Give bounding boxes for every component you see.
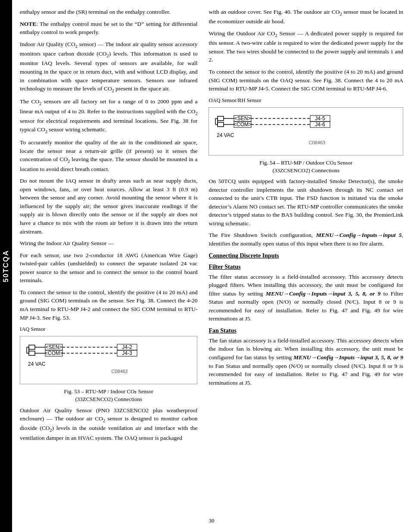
oaq-fig-caption: Fig. 54 – RTU-MP / Outdoor CO₂ Sensor (3…	[209, 159, 403, 174]
para-monitor-quality: To accurately monitor the quality of the…	[20, 138, 197, 173]
svg-rect-1	[29, 351, 35, 355]
para-iaq-intro: Indoor Air Quality (CO2 sensor) — The in…	[20, 40, 197, 94]
svg-rect-0	[29, 345, 35, 349]
page-footer: 30	[12, 514, 411, 524]
svg-text:C08463: C08463	[309, 140, 326, 145]
para-connect-iaq: To connect the sensor to the control, id…	[20, 288, 197, 322]
heading-connecting-discrete: Connecting Discrete Inputs	[209, 252, 403, 259]
oaq-diagram-svg: <SEN> J4-5 <COM> J4-6	[213, 112, 342, 151]
right-column: with an outdoor cover. See Fig. 40. The …	[203, 8, 411, 514]
content-area: enthalpy sensor and the (SR) terminal on…	[12, 0, 411, 532]
heading-filter-status: Filter Status	[209, 264, 403, 271]
side-tab: 50TCQA	[0, 0, 12, 532]
para-two-conductor: For each sensor, use two 2-conductor 18 …	[20, 251, 197, 285]
para-smoke-detector: On 50TCQ units equipped with factory-ins…	[209, 177, 403, 227]
svg-text:<SEN>: <SEN>	[46, 344, 62, 350]
para-fan-status: The fan status accessory is a field-inst…	[209, 336, 403, 387]
svg-text:<COM>: <COM>	[45, 350, 63, 356]
svg-rect-20	[218, 116, 224, 121]
svg-text:J4-3: J4-3	[122, 350, 132, 356]
para-co2-factory: The CO2 sensors are all factory set for …	[20, 97, 197, 135]
page-container: 50TCQA enthalpy sensor and the (SR) term…	[0, 0, 411, 532]
iaq-fig-caption: Fig. 53 – RTU-MP / Indoor CO₂ Sensor (33…	[20, 388, 197, 403]
para-wiring-oaq: Wiring the Outdoor Air CO2 Sensor — A de…	[209, 29, 403, 64]
svg-text:<COM>: <COM>	[234, 121, 252, 128]
para-oaq-intro: Outdoor Air Quality Sensor (PNO 33ZCSENC…	[20, 406, 197, 442]
heading-fan-status: Fan Status	[209, 327, 403, 334]
para-do-not-mount: Do not mount the IAQ sensor in drafty ar…	[20, 177, 197, 236]
iaq-diagram-svg: <SEN> J4-2 <COM>	[25, 341, 145, 380]
left-column: enthalpy sensor and the (SR) terminal on…	[12, 8, 203, 514]
oaq-diagram-container: OAQ Sensor/RH Sensor <SEN> J	[209, 97, 403, 174]
svg-text:24 VAC: 24 VAC	[28, 361, 46, 367]
para-enthalpy-sensor: enthalpy sensor and the (SR) terminal on…	[20, 8, 197, 16]
para-filter-status: The filter status accessory is a field-i…	[209, 273, 403, 323]
svg-text:24 VAC: 24 VAC	[217, 132, 234, 138]
oaq-diagram-wrapper: <SEN> J4-5 <COM> J4-6	[209, 107, 403, 156]
oaq-diagram-label: OAQ Sensor/RH Sensor	[209, 97, 403, 104]
iaq-diagram-container: IAQ Sensor <SEN>	[20, 326, 197, 403]
para-wiring-iaq: Wiring the Indoor Air Quality Sensor —	[20, 239, 197, 248]
menu-filter-config: MENU→Config→Inputs→input 3, 5, 8, or 9	[266, 290, 380, 297]
svg-text:C08462: C08462	[111, 369, 128, 374]
svg-text:J4-5: J4-5	[315, 115, 326, 121]
svg-rect-21	[218, 122, 224, 127]
para-fire-shutdown: The Fire Shutdown Switch configuration, …	[209, 231, 403, 248]
svg-text:J4-2: J4-2	[122, 344, 132, 350]
two-column-layout: enthalpy sensor and the (SR) terminal on…	[12, 8, 411, 514]
note-label: NOTE	[20, 21, 36, 27]
side-tab-label: 50TCQA	[2, 250, 10, 282]
menu-config-inputs: MENU→Config→Inputs→input 5	[316, 232, 402, 238]
svg-text:J4-6: J4-6	[315, 121, 326, 128]
svg-text:<SEN>: <SEN>	[234, 115, 251, 121]
page-number: 30	[209, 517, 215, 524]
menu-fan-config: MENU→Config→Inputs→input 3, 5, 8, or 9	[293, 354, 403, 361]
para-oaq-cover: with an outdoor cover. See Fig. 40. The …	[209, 8, 403, 26]
iaq-diagram-label: IAQ Sensor	[20, 326, 197, 333]
iaq-diagram-wrapper: <SEN> J4-2 <COM>	[20, 336, 197, 384]
para-note: NOTE: The enthalpy control must be set t…	[20, 20, 197, 37]
para-connect-oaq: To connect the sensor to the control, id…	[209, 68, 403, 93]
